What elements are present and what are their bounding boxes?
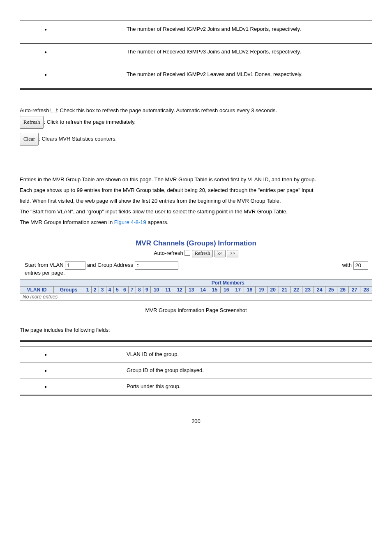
port-col-header: 2 xyxy=(91,287,99,294)
port-members-header: Port Members xyxy=(84,280,372,287)
port-col-header: 27 xyxy=(349,287,360,294)
fields-intro: The page includes the following fields: xyxy=(20,325,372,335)
fig-first-page-button[interactable]: k< xyxy=(214,250,226,257)
port-col-header: 24 xyxy=(314,287,325,294)
port-col-header: 1 xyxy=(84,287,91,294)
bullet-icon: ● xyxy=(44,71,47,79)
auto-refresh-checkbox[interactable] xyxy=(51,108,57,113)
port-col-header: 9 xyxy=(143,287,150,294)
port-col-header: 14 xyxy=(197,287,209,294)
intro-line-part: appears. xyxy=(146,219,168,225)
and-group-address-label: and Group Address xyxy=(87,262,133,268)
with-label: with xyxy=(342,262,352,268)
stats-row-desc: The number of Received IGMPv3 Joins and … xyxy=(122,44,372,66)
figure-title: MVR Channels (Groups) Information xyxy=(20,239,372,247)
intro-line-part: The MVR Groups Information screen in xyxy=(20,219,114,225)
figure-link[interactable]: Figure 4-8-19 xyxy=(114,219,146,225)
group-address-input[interactable]: :: xyxy=(135,261,178,270)
port-col-header: 4 xyxy=(106,287,113,294)
stats-row-desc: The number of Received IGMPv2 Leaves and… xyxy=(122,66,372,89)
fig-next-page-button[interactable]: >> xyxy=(227,250,238,257)
intro-line: Entries in the MVR Group Table are shown… xyxy=(20,174,372,185)
intro-line: The "Start from VLAN", and "group" input… xyxy=(20,206,372,217)
bullet-icon: ● xyxy=(44,367,47,375)
clear-button[interactable]: Clear xyxy=(20,133,39,146)
clear-desc: : Clears MVR Statistics counters. xyxy=(39,136,117,142)
port-col-header: 13 xyxy=(186,287,197,294)
field-row-desc: Group ID of the group displayed. xyxy=(122,363,372,379)
bullet-icon: ● xyxy=(44,49,47,56)
auto-refresh-desc: : Check this box to refresh the page aut… xyxy=(57,107,277,113)
port-col-header: 15 xyxy=(209,287,220,294)
no-more-entries-row: No more entries xyxy=(20,294,372,301)
port-col-header: 20 xyxy=(267,287,279,294)
bullet-icon: ● xyxy=(44,383,47,391)
bullet-icon: ● xyxy=(44,26,47,33)
page-number: 200 xyxy=(20,418,372,424)
entries-per-page-suffix: entries per page. xyxy=(25,270,65,276)
port-col-header: 16 xyxy=(221,287,232,294)
entries-per-page-input[interactable]: 20 xyxy=(353,261,368,270)
start-from-vlan-label: Start from VLAN xyxy=(25,262,64,268)
bullet-icon: ● xyxy=(44,351,47,358)
port-col-header: 26 xyxy=(337,287,348,294)
vlan-id-col-header: VLAN ID xyxy=(20,287,54,294)
groups-col-header: Groups xyxy=(53,287,84,294)
port-col-header: 28 xyxy=(360,287,372,294)
port-col-header: 6 xyxy=(121,287,128,294)
table-header-blank xyxy=(20,280,84,287)
fig-auto-refresh-checkbox[interactable] xyxy=(184,250,190,256)
field-row-desc: VLAN ID of the group. xyxy=(122,347,372,363)
port-col-header: 11 xyxy=(162,287,174,294)
port-col-header: 8 xyxy=(136,287,143,294)
port-col-header: 10 xyxy=(150,287,162,294)
refresh-button[interactable]: Refresh xyxy=(20,116,44,129)
port-col-header: 25 xyxy=(325,287,337,294)
port-col-header: 3 xyxy=(99,287,106,294)
port-col-header: 17 xyxy=(232,287,244,294)
table-header-blank xyxy=(122,341,372,347)
port-col-header: 22 xyxy=(291,287,302,294)
stats-row-desc: The number of Received IGMPv2 Joins and … xyxy=(122,21,372,44)
port-col-header: 21 xyxy=(279,287,290,294)
field-row-desc: Ports under this group. xyxy=(122,379,372,395)
stats-definition-table: ● The number of Received IGMPv2 Joins an… xyxy=(20,20,372,90)
fig-refresh-button[interactable]: Refresh xyxy=(192,250,213,257)
port-col-header: 18 xyxy=(244,287,255,294)
port-col-header: 23 xyxy=(302,287,314,294)
fields-definition-table: ● VLAN ID of the group. ● Group ID of th… xyxy=(20,340,372,396)
port-col-header: 19 xyxy=(256,287,267,294)
table-header-blank xyxy=(20,341,122,347)
refresh-desc: : Click to refresh the page immediately. xyxy=(44,119,136,125)
port-col-header: 12 xyxy=(174,287,185,294)
port-col-header: 7 xyxy=(128,287,136,294)
intro-line: Each page shows up to 99 entries from th… xyxy=(20,185,372,196)
fig-auto-refresh-label: Auto-refresh xyxy=(154,250,183,256)
port-members-table: Port Members VLAN ID Groups 123456789101… xyxy=(20,279,372,301)
auto-refresh-label: Auto-refresh xyxy=(20,107,49,113)
port-col-header: 5 xyxy=(113,287,121,294)
figure-caption: MVR Groups Information Page Screenshot xyxy=(20,307,372,313)
vlan-id-input[interactable]: 1 xyxy=(65,261,85,270)
intro-line: field. When first visited, the web page … xyxy=(20,196,372,206)
